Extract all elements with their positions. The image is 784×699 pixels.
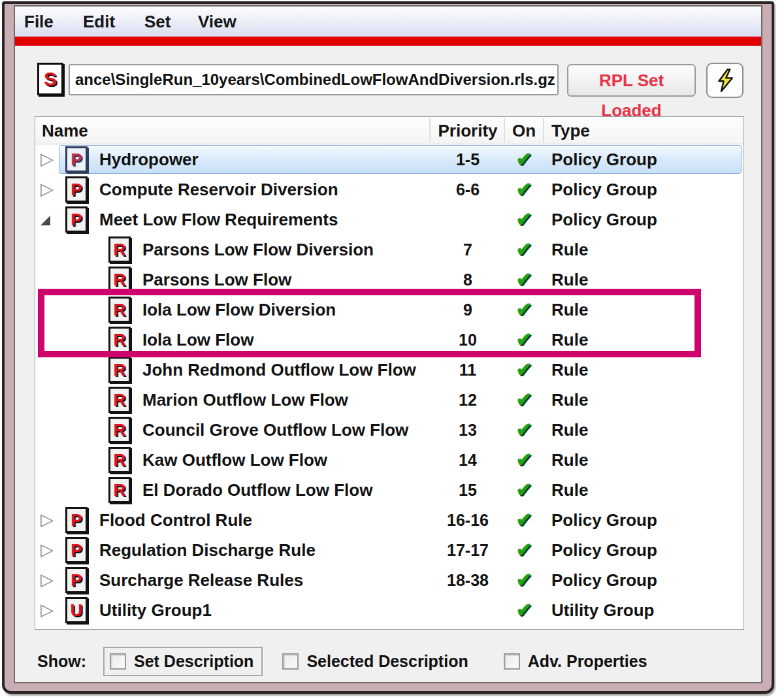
set-description-checkbox[interactable] <box>110 653 126 670</box>
menu-file[interactable]: File <box>20 7 57 37</box>
check-icon[interactable]: ✔ <box>505 415 543 445</box>
row-type: Rule <box>551 415 588 445</box>
rpl-set-icon: S <box>37 63 63 95</box>
utility-group-icon: U <box>65 597 88 623</box>
menu-bar: File Edit Set View <box>15 7 761 37</box>
tree-row[interactable]: ▷ P Regulation Discharge Rule 17-17 ✔ Po… <box>35 535 743 565</box>
tree-row[interactable]: R Parsons Low Flow Diversion 7 ✔ Rule <box>35 235 743 265</box>
column-header-type[interactable]: Type <box>551 117 590 144</box>
policy-group-icon: P <box>65 537 88 563</box>
adv-properties-option[interactable]: Adv. Properties <box>498 648 655 675</box>
check-icon[interactable]: ✔ <box>505 265 543 295</box>
tree-row[interactable]: R Council Grove Outflow Low Flow 13 ✔ Ru… <box>35 415 743 445</box>
tree-row[interactable]: R Iola Low Flow 10 ✔ Rule <box>35 325 743 355</box>
check-icon[interactable]: ✔ <box>505 144 543 174</box>
set-description-option[interactable]: Set Description <box>103 647 263 676</box>
selected-description-label: Selected Description <box>306 652 468 671</box>
row-type: Rule <box>551 265 588 295</box>
column-header-name[interactable]: Name <box>42 117 88 144</box>
policy-group-icon: P <box>65 176 88 203</box>
row-type: Rule <box>551 475 588 505</box>
check-icon[interactable]: ✔ <box>505 355 543 385</box>
check-icon[interactable]: ✔ <box>505 235 543 265</box>
tree-row[interactable]: P Meet Low Flow Requirements ✔ Policy Gr… <box>35 204 743 235</box>
check-icon[interactable]: ✔ <box>505 565 543 595</box>
check-icon[interactable]: ✔ <box>505 204 543 235</box>
menu-set[interactable]: Set <box>140 7 174 37</box>
row-type: Rule <box>551 295 588 325</box>
tree-row[interactable]: R Marion Outflow Low Flow 12 ✔ Rule <box>35 385 743 415</box>
selected-description-option[interactable]: Selected Description <box>277 648 476 675</box>
set-file-path-field[interactable]: ance\SingleRun_10years\CombinedLowFlowAn… <box>69 64 559 95</box>
expander-icon[interactable]: ▷ <box>41 535 54 565</box>
row-type: Policy Group <box>551 565 657 595</box>
row-priority: 18-38 <box>431 565 505 595</box>
tree-row[interactable]: ▷ P Hydropower 1-5 ✔ Policy Group <box>35 144 743 174</box>
rule-icon: R <box>108 387 131 413</box>
row-priority: 8 <box>431 265 505 295</box>
adv-properties-checkbox[interactable] <box>504 653 520 670</box>
column-header-on[interactable]: On <box>505 117 543 144</box>
tree-header: Name Priority On Type <box>35 117 743 144</box>
rpl-set-tree: ▷ P Hydropower 1-5 ✔ Policy Group ▷ P Co… <box>35 116 744 630</box>
tree-body: ▷ P Hydropower 1-5 ✔ Policy Group ▷ P Co… <box>35 117 743 629</box>
tree-row[interactable]: ▷ P Compute Reservoir Diversion 6-6 ✔ Po… <box>35 174 743 204</box>
row-priority: 12 <box>431 385 505 415</box>
rule-icon: R <box>108 267 131 293</box>
expander-icon[interactable]: ▷ <box>41 174 54 204</box>
row-name: Surcharge Release Rules <box>99 565 303 595</box>
check-icon[interactable]: ✔ <box>505 174 543 204</box>
row-name: Regulation Discharge Rule <box>99 535 316 565</box>
row-priority: 17-17 <box>431 535 505 565</box>
check-icon[interactable]: ✔ <box>505 505 543 535</box>
row-name: Flood Control Rule <box>99 505 252 535</box>
policy-group-icon: P <box>65 206 88 233</box>
check-icon[interactable]: ✔ <box>505 595 543 625</box>
column-header-priority[interactable]: Priority <box>431 117 505 144</box>
check-icon[interactable]: ✔ <box>505 325 543 355</box>
window-client-area: File Edit Set View S ance\SingleRun_10ye… <box>14 5 762 683</box>
row-name: Parsons Low Flow <box>142 265 291 295</box>
rule-icon: R <box>108 417 131 443</box>
row-name: John Redmond Outflow Low Flow <box>142 355 416 385</box>
row-type: Rule <box>551 235 588 265</box>
expander-icon[interactable]: ▷ <box>41 595 54 625</box>
row-priority <box>431 595 505 625</box>
expander-icon[interactable]: ▷ <box>41 505 54 535</box>
row-priority: 13 <box>431 415 505 445</box>
row-priority: 11 <box>431 355 505 385</box>
lightning-bolt-icon <box>715 69 735 92</box>
row-priority: 16-16 <box>431 505 505 535</box>
row-name: Compute Reservoir Diversion <box>99 174 338 204</box>
tree-row[interactable]: R John Redmond Outflow Low Flow 11 ✔ Rul… <box>35 355 743 385</box>
check-icon[interactable]: ✔ <box>505 445 543 475</box>
row-name: Iola Low Flow Diversion <box>142 295 336 325</box>
selected-description-checkbox[interactable] <box>282 653 299 670</box>
tree-row[interactable]: R Parsons Low Flow 8 ✔ Rule <box>35 265 743 295</box>
row-type: Policy Group <box>551 144 657 174</box>
tree-row[interactable]: R Iola Low Flow Diversion 9 ✔ Rule <box>35 295 743 325</box>
rpl-set-editor-window: File Edit Set View S ance\SingleRun_10ye… <box>2 1 774 694</box>
row-type: Policy Group <box>551 204 657 235</box>
row-priority: 15 <box>431 475 505 505</box>
tree-row[interactable]: R Kaw Outflow Low Flow 14 ✔ Rule <box>35 445 743 475</box>
tree-row[interactable]: R El Dorado Outflow Low Flow 15 ✔ Rule <box>35 475 743 505</box>
check-icon[interactable]: ✔ <box>505 295 543 325</box>
check-icon[interactable]: ✔ <box>505 475 543 505</box>
row-priority <box>431 204 505 235</box>
rpl-set-loaded-status[interactable]: RPL Set Loaded <box>567 64 696 97</box>
menu-view[interactable]: View <box>194 7 240 37</box>
execute-button[interactable] <box>706 63 743 98</box>
check-icon[interactable]: ✔ <box>505 535 543 565</box>
expander-icon[interactable] <box>41 216 50 225</box>
expander-icon[interactable]: ▷ <box>41 144 54 174</box>
tree-row[interactable]: ▷ P Surcharge Release Rules 18-38 ✔ Poli… <box>35 565 743 595</box>
policy-group-icon: P <box>65 146 88 172</box>
menu-edit[interactable]: Edit <box>79 7 119 37</box>
tree-row[interactable]: ▷ P Flood Control Rule 16-16 ✔ Policy Gr… <box>35 505 743 535</box>
tree-row[interactable]: ▷ U Utility Group1 ✔ Utility Group <box>35 595 743 625</box>
expander-icon[interactable]: ▷ <box>41 565 54 595</box>
check-icon[interactable]: ✔ <box>505 385 543 415</box>
policy-group-icon: P <box>65 507 88 533</box>
rule-icon: R <box>108 477 131 503</box>
